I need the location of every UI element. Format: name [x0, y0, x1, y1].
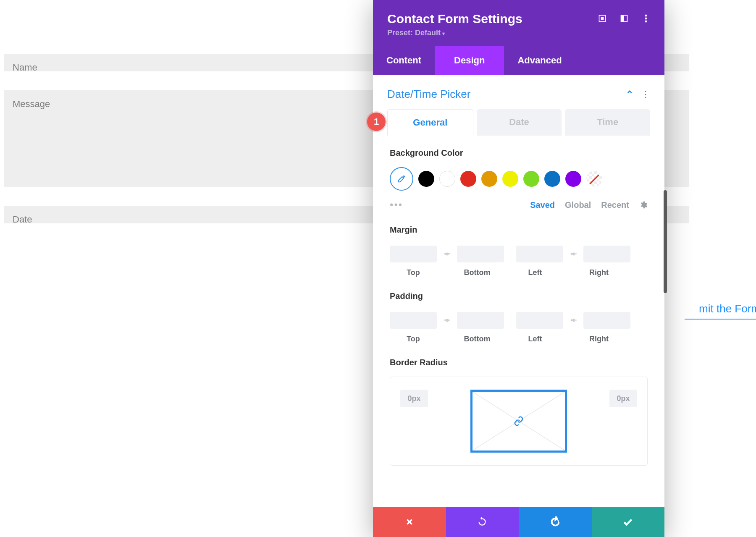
modal-footer: [373, 507, 664, 537]
settings-modal: Contact Form Settings Preset: Default▾ C…: [373, 0, 664, 537]
svg-rect-3: [621, 16, 624, 22]
svg-point-6: [645, 21, 647, 23]
link-icon[interactable]: ⬲: [567, 251, 579, 258]
modal-header: Contact Form Settings Preset: Default▾ C…: [373, 0, 664, 75]
border-radius-control: [390, 377, 648, 466]
tab-content[interactable]: Content: [373, 46, 435, 75]
link-icon[interactable]: ⬲: [441, 317, 453, 324]
swatch-green[interactable]: [523, 171, 539, 187]
padding-top-input[interactable]: [390, 312, 437, 329]
margin-top-input[interactable]: [390, 246, 437, 262]
swatch-orange[interactable]: [481, 171, 497, 187]
mode-saved[interactable]: Saved: [530, 200, 555, 210]
color-swatches: [390, 167, 648, 191]
subtab-time[interactable]: Time: [565, 109, 650, 136]
cancel-button[interactable]: [373, 507, 446, 537]
more-icon[interactable]: [642, 14, 650, 23]
padding-bottom-input[interactable]: [457, 312, 504, 329]
redo-button[interactable]: [519, 507, 592, 537]
step-badge: 1: [367, 113, 386, 131]
divider: [510, 244, 510, 264]
date-placeholder: Date: [13, 214, 32, 225]
swatch-purple[interactable]: [565, 171, 581, 187]
label-bottom: Bottom: [454, 268, 501, 277]
divider: [510, 310, 510, 330]
margin-label: Margin: [390, 225, 648, 235]
margin-bottom-input[interactable]: [457, 246, 504, 262]
label-right: Right: [575, 335, 622, 343]
padding-label: Padding: [390, 291, 648, 301]
border-radius-label: Border Radius: [390, 358, 648, 367]
main-tabs: Content Design Advanced: [373, 46, 664, 75]
swatch-black[interactable]: [418, 171, 434, 187]
swatch-red[interactable]: [460, 171, 476, 187]
expand-icon[interactable]: [598, 14, 606, 23]
svg-rect-1: [601, 18, 604, 20]
message-placeholder: Message: [13, 99, 50, 109]
scrollbar[interactable]: [664, 190, 667, 293]
label-right: Right: [575, 268, 622, 277]
link-icon[interactable]: [514, 416, 524, 426]
margin-row: ⬲ ⬲: [390, 244, 648, 264]
color-modes: Saved Global Recent: [530, 200, 648, 210]
swatch-blue[interactable]: [544, 171, 560, 187]
link-icon[interactable]: ⬲: [441, 251, 453, 258]
padding-row: ⬲ ⬲: [390, 310, 648, 330]
link-icon[interactable]: ⬲: [567, 317, 579, 324]
margin-right-input[interactable]: [583, 246, 630, 262]
modal-title: Contact Form Settings: [387, 12, 522, 26]
swatch-yellow[interactable]: [502, 171, 518, 187]
padding-left-input[interactable]: [516, 312, 563, 329]
submit-button[interactable]: mit the Form: [685, 302, 756, 320]
caret-down-icon: ▾: [442, 31, 445, 37]
label-top: Top: [390, 335, 437, 343]
label-left: Left: [512, 268, 559, 277]
panel-body: Background Color ••• Saved Global Recent: [373, 136, 664, 537]
bg-color-label: Background Color: [390, 148, 648, 158]
section-header: Date/Time Picker ⌃ ⋮: [373, 75, 664, 109]
padding-right-input[interactable]: [583, 312, 630, 329]
border-radius-preview: [470, 390, 567, 453]
sub-tabs: 1 General Date Time: [373, 109, 664, 136]
subtab-date[interactable]: Date: [477, 109, 562, 136]
expand-palette-icon[interactable]: •••: [390, 199, 403, 211]
submit-label: mit the Form: [699, 302, 756, 315]
tab-advanced[interactable]: Advanced: [504, 46, 575, 75]
svg-point-4: [645, 15, 647, 17]
eyedropper-icon[interactable]: [390, 167, 413, 191]
mode-global[interactable]: Global: [565, 200, 591, 210]
name-placeholder: Name: [13, 62, 37, 73]
margin-left-input[interactable]: [516, 246, 563, 262]
gear-icon[interactable]: [639, 201, 648, 209]
section-title: Date/Time Picker: [387, 88, 470, 101]
undo-button[interactable]: [446, 507, 519, 537]
swatch-white[interactable]: [439, 171, 455, 187]
tab-design[interactable]: Design: [435, 46, 504, 75]
label-top: Top: [390, 268, 437, 277]
br-top-right-input[interactable]: [609, 390, 637, 407]
label-left: Left: [512, 335, 559, 343]
section-more-icon[interactable]: ⋮: [641, 94, 650, 95]
br-top-left-input[interactable]: [400, 390, 428, 407]
subtab-general[interactable]: General: [387, 109, 473, 136]
label-bottom: Bottom: [454, 335, 501, 343]
mode-recent[interactable]: Recent: [601, 200, 629, 210]
collapse-icon[interactable]: ⌃: [626, 89, 633, 100]
swatch-none[interactable]: [586, 171, 602, 187]
save-button[interactable]: [592, 507, 665, 537]
svg-point-5: [645, 18, 647, 20]
columns-icon[interactable]: [620, 14, 628, 23]
preset-selector[interactable]: Preset: Default▾: [387, 29, 522, 37]
